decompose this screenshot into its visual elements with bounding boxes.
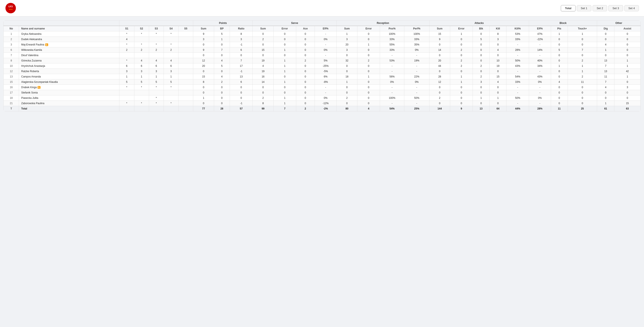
th-at-killp: Kill% (506, 26, 529, 31)
cell-bl_touch: 0 (568, 42, 597, 47)
cell-s3: 1 (149, 74, 164, 79)
cell-s1: 1 (120, 74, 134, 79)
cell-sv_eff: -25% (315, 63, 336, 69)
cell-rc_sum: 3 (336, 37, 357, 42)
cell-rc_err: 0 (358, 31, 380, 37)
svg-text:ŁKS: ŁKS (8, 5, 13, 8)
th-rc-sum: Sum (336, 26, 357, 31)
cell-at_eff: - (529, 101, 551, 106)
cell-bl_pts: 0 (551, 42, 568, 47)
cell-at_killp: - (506, 101, 529, 106)
cell-at_eff: - (529, 90, 551, 95)
cell-no: 1 (4, 31, 19, 37)
cell-bl_touch: 0 (568, 53, 597, 58)
cell-p_bp: 4 (214, 58, 230, 63)
cell-s2: 4 (134, 58, 149, 63)
cell-bl_touch: 0 (568, 95, 597, 101)
tab-set2[interactable]: Set 2 (592, 5, 607, 11)
th-bl-pts: Pts (551, 26, 568, 31)
cell-s3 (149, 37, 164, 42)
cell-sv_err: 0 (274, 42, 296, 47)
th-s4: S4 (164, 26, 178, 31)
cell-at_blk: 0 (472, 90, 490, 95)
cell-sv_err: 1 (274, 47, 296, 53)
cell-name: Alagierska-Szczepaniak Klaudia (19, 79, 120, 85)
table-row: 17Stefanik Sonia000000-00--0000--0000 (4, 90, 640, 95)
cell-other_dig: 0 (597, 95, 614, 101)
cell-s2: * (134, 101, 149, 106)
cell-bl_touch: 25 (568, 106, 597, 111)
cell-other_assist: 0 (614, 42, 640, 47)
cell-sv_sum: 0 (253, 31, 274, 37)
cell-at_sum: 20 (429, 58, 450, 63)
cell-bl_pts: 0 (551, 69, 568, 74)
cell-sv_err: 0 (274, 53, 296, 58)
cell-s3: * (149, 101, 164, 106)
cell-rc_sum: 0 (336, 101, 357, 106)
cell-s3: 4 (149, 58, 164, 63)
cell-s5 (178, 74, 193, 79)
cell-p_ratio: 0 (230, 85, 252, 90)
cell-s1: * (120, 85, 134, 90)
cell-s2: 3 (134, 69, 149, 74)
cell-at_eff: -22% (529, 37, 551, 42)
cell-at_kill: 15 (490, 74, 506, 79)
cell-at_eff: - (529, 85, 551, 90)
th-dig: Dig (597, 26, 614, 31)
cell-at_kill: 10 (490, 58, 506, 63)
cell-other_assist: 0 (614, 95, 640, 101)
cell-at_kill: 1 (490, 95, 506, 101)
th-pts-bp: BP (214, 26, 230, 31)
cell-sv_eff: 0% (315, 47, 336, 53)
cell-p_bp: 2 (214, 79, 230, 85)
cell-sv_ace: 0 (296, 31, 315, 37)
cell-s3 (149, 106, 164, 111)
cell-s4: 4 (164, 58, 178, 63)
cell-rc_perf: - (404, 63, 429, 69)
cell-other_assist: 0 (614, 79, 640, 85)
cell-s3: 6 (149, 63, 164, 69)
cell-bl_pts: 0 (551, 58, 568, 63)
cell-other_dig: 11 (597, 74, 614, 79)
cell-s3 (149, 53, 164, 58)
cell-p_ratio: 7 (230, 58, 252, 63)
th-at-err: Error (450, 26, 473, 31)
cell-sv_eff: -5% (315, 69, 336, 74)
cell-sv_eff: -8% (315, 79, 336, 85)
cell-s1: * (120, 101, 134, 106)
cell-other_dig: 0 (597, 31, 614, 37)
cell-at_killp: - (506, 69, 529, 74)
cell-s1: * (120, 58, 134, 63)
cell-sv_ace: 0 (296, 63, 315, 69)
cell-at_sum: 14 (429, 47, 450, 53)
cell-p_ratio: 3 (230, 37, 252, 42)
cell-bl_touch: 7 (568, 47, 597, 53)
cell-s3 (149, 90, 164, 95)
header: ŁKS ★★★ Total Set 1 Set 2 Set 3 Set 4 (0, 0, 644, 17)
tab-total[interactable]: Total (561, 5, 575, 11)
cell-p_bp: 0 (214, 69, 230, 74)
cell-rc_perf: 0% (404, 79, 429, 85)
cell-s3: * (149, 31, 164, 37)
cell-name: Gryka Aleksandra (19, 31, 120, 37)
th-rc-err: Error (358, 26, 380, 31)
tab-set4[interactable]: Set 4 (624, 5, 639, 11)
cell-other_dig: 7 (597, 79, 614, 85)
cell-s3: * (149, 85, 164, 90)
cell-p_sum: 0 (193, 85, 214, 90)
cell-rc_err: 2 (358, 58, 380, 63)
tab-set1[interactable]: Set 1 (577, 5, 591, 11)
cell-rc_pos: 56% (380, 74, 404, 79)
cell-other_assist: 0 (614, 47, 640, 53)
cell-rc_sum: 0 (336, 85, 357, 90)
cell-rc_pos: 100% (380, 31, 404, 37)
cell-s2: 6 (134, 63, 149, 69)
cell-sv_eff: 0% (315, 95, 336, 101)
cell-other_assist: 0 (614, 53, 640, 58)
cell-rc_err: 0 (358, 79, 380, 85)
tab-set3[interactable]: Set 3 (608, 5, 623, 11)
cell-sv_sum: 0 (253, 90, 274, 95)
cell-at_sum: 0 (429, 85, 450, 90)
cell-s5 (178, 90, 193, 95)
cell-sv_sum: 16 (253, 74, 274, 79)
